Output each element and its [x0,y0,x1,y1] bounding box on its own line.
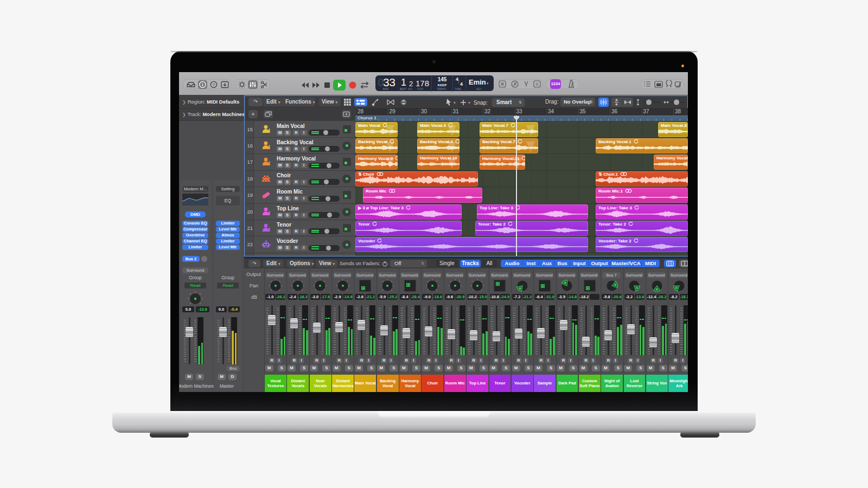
svg-text:▾: ▾ [454,100,456,105]
svg-text:Snap:: Snap: [474,100,488,106]
svg-text:S: S [535,82,538,87]
svg-text:?: ? [213,82,215,87]
svg-text:▾: ▾ [468,100,470,105]
svg-text:i: i [202,82,203,87]
